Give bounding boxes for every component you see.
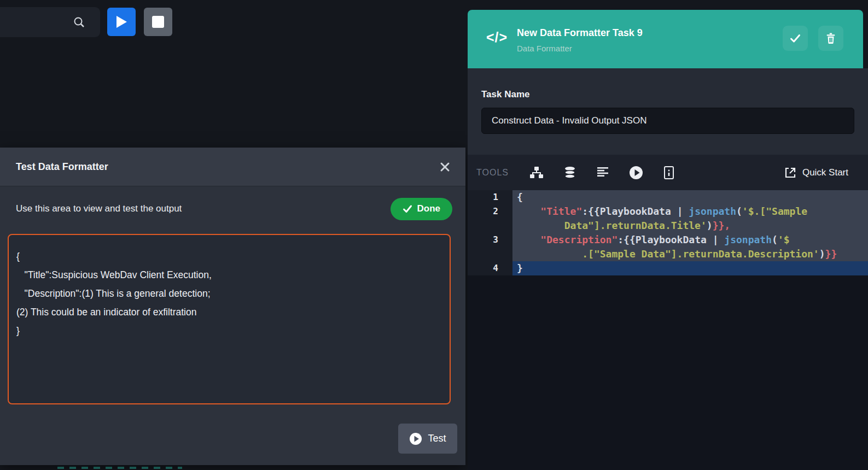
task-type-label: Data Formatter — [517, 44, 572, 53]
play-circle-icon — [629, 166, 643, 180]
tools-bar: TOOLS — [468, 155, 868, 190]
run-preview-tool-button[interactable] — [629, 166, 643, 180]
editor-empty-area — [468, 275, 868, 470]
trash-icon — [825, 32, 837, 44]
canvas-search-bar[interactable] — [0, 7, 100, 37]
code-line[interactable]: 1{ — [468, 190, 868, 204]
check-icon — [403, 204, 412, 214]
task-name-input[interactable] — [481, 108, 854, 134]
code-line[interactable]: 4} — [468, 261, 868, 275]
playbook-stop-button[interactable] — [144, 8, 172, 36]
playbook-run-button[interactable] — [107, 8, 136, 36]
test-button[interactable]: Test — [398, 424, 457, 454]
quick-start-button[interactable]: Quick Start — [784, 166, 848, 179]
test-button-label: Test — [428, 433, 446, 444]
database-icon — [563, 166, 576, 179]
code-line-content: .["Sample Data"].returnData.Description'… — [512, 247, 868, 261]
task-detail-panel: </> New Data Formatter Task 9 Data Forma… — [468, 0, 868, 470]
align-left-icon — [596, 166, 609, 179]
play-circle-icon — [409, 432, 422, 445]
output-textarea[interactable]: { "Title":Suspicious WebDav Client Execu… — [8, 234, 451, 404]
code-line-content: Data"].returnData.Title')}}, — [512, 219, 868, 233]
datapath-tool-button[interactable] — [529, 166, 544, 179]
line-number — [468, 219, 512, 233]
task-card-header: </> New Data Formatter Task 9 Data Forma… — [468, 10, 863, 68]
delete-task-button[interactable] — [818, 26, 843, 51]
quick-start-label: Quick Start — [802, 167, 848, 178]
code-line[interactable]: 3 "Description":{{PlaybookData | jsonpat… — [468, 233, 868, 247]
sitemap-icon — [529, 166, 544, 179]
line-number: 4 — [468, 261, 512, 275]
close-icon — [440, 162, 450, 172]
search-icon — [73, 16, 86, 29]
check-icon — [789, 32, 801, 44]
code-icon: </> — [486, 30, 508, 45]
confirm-task-button[interactable] — [783, 26, 808, 51]
code-editor[interactable]: 1{2 "Title":{{PlaybookData | jsonpath('$… — [468, 190, 868, 275]
code-line-content: "Description":{{PlaybookData | jsonpath(… — [512, 233, 868, 247]
play-icon — [115, 15, 127, 28]
modal-description: Use this area to view and test the outpu… — [16, 203, 182, 214]
done-button-label: Done — [417, 203, 441, 214]
line-number — [468, 247, 512, 261]
task-title: New Data Formatter Task 9 — [517, 27, 643, 39]
stop-icon — [152, 16, 164, 28]
documentation-tool-button[interactable] — [663, 166, 675, 180]
format-lines-tool-button[interactable] — [596, 166, 609, 179]
done-button[interactable]: Done — [391, 198, 453, 220]
code-line[interactable]: .["Sample Data"].returnData.Description'… — [468, 247, 868, 261]
tools-label: TOOLS — [476, 168, 509, 178]
line-number: 2 — [468, 204, 512, 219]
canvas-dashed-connector — [57, 467, 182, 469]
line-number: 1 — [468, 190, 512, 204]
code-line[interactable]: Data"].returnData.Title')}}, — [468, 219, 868, 233]
data-source-tool-button[interactable] — [563, 166, 576, 179]
code-line-content: "Title":{{PlaybookData | jsonpath('$.["S… — [512, 204, 868, 219]
modal-close-button[interactable] — [440, 162, 450, 172]
code-line-content: } — [512, 261, 868, 275]
task-name-label: Task Name — [481, 89, 530, 100]
modal-header: Test Data Formatter — [0, 148, 465, 186]
test-data-formatter-modal: Test Data Formatter Use this area to vie… — [0, 148, 465, 465]
line-number: 3 — [468, 233, 512, 247]
code-line-content: { — [512, 190, 868, 204]
file-info-icon — [663, 166, 675, 180]
task-name-section: Task Name — [468, 68, 868, 155]
code-line[interactable]: 2 "Title":{{PlaybookData | jsonpath('$.[… — [468, 204, 868, 219]
modal-title: Test Data Formatter — [16, 161, 108, 173]
external-link-icon — [784, 166, 797, 179]
